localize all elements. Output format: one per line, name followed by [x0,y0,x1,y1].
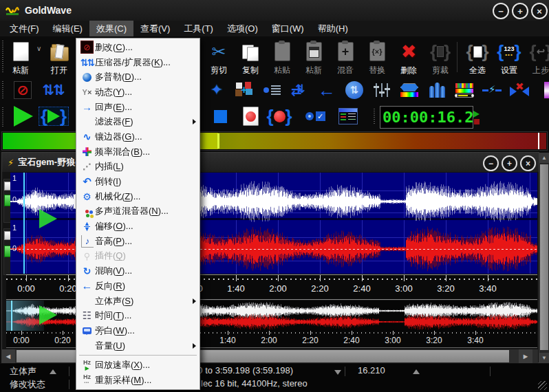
toolbar-button-剪裁[interactable]: {}剪裁 [425,39,455,76]
spectrum-table-icon[interactable] [453,79,476,101]
status-position[interactable]: 16.210 [358,365,385,375]
maximize-button[interactable]: + [512,3,528,19]
toolbar-button-上步[interactable]: {↩}上步 [526,39,549,76]
menu-item-倒转[interactable]: ↶倒转(I) [76,174,200,189]
play-icon[interactable] [10,105,37,127]
menubar-item-选项(O)[interactable]: 选项(O) [220,21,265,37]
menu-item-label: 多普勒(D)... [95,71,196,83]
reverse-arrow-icon[interactable]: ← [315,79,338,101]
move-arrows-icon[interactable]: ⇅⇅ [41,79,65,101]
menubar-item-编辑(E)[interactable]: 编辑(E) [46,21,89,37]
scroll-right-icon[interactable]: ► [519,349,532,363]
overview-playback-marker-icon[interactable] [39,305,57,325]
menu-item-立体声[interactable]: 立体声(S) [76,294,200,309]
toolbar-button-替换[interactable]: {×}替换 [362,39,392,76]
channel-mode-up-icon[interactable] [50,369,56,374]
menu-item-滤波器[interactable]: 滤波器(F) [76,114,200,129]
filter-hexagon-icon[interactable] [398,79,421,101]
playback-marker-icon[interactable] [39,209,57,228]
expand-arrows-icon[interactable]: ⇄⇅ [288,79,311,101]
control-properties-icon[interactable] [334,105,362,127]
toolbar-grip[interactable] [2,41,3,73]
menu-item-回声[interactable]: →回声(E)... [76,100,200,115]
selection-dropdown-icon[interactable] [334,370,341,375]
menu-item-偏移[interactable]: ▲▼偏移(O)... [76,219,200,234]
status-channel-mode[interactable]: 立体声 [10,365,36,378]
doc-close-button[interactable]: × [520,155,536,171]
menu-item-动态[interactable]: Y×动态(Y)... [76,85,200,100]
menubar-item-帮助(H)[interactable]: 帮助(H) [311,21,355,37]
menu-item-时间[interactable]: ☷时间(T)... [76,308,200,323]
menu-item-音量[interactable]: 音量(U) [76,338,200,353]
toolbar-button-粘贴[interactable]: 粘贴 [267,39,297,76]
minimize-button[interactable]: − [493,3,509,19]
color-blend-icon[interactable]: + [233,79,256,101]
doc-minimize-button[interactable]: − [483,155,499,171]
menu-item-压缩器/扩展器[interactable]: ⇅⇅压缩器/扩展器(K)... [76,55,200,70]
toolbar-grip[interactable] [374,109,375,124]
menubar-item-文件(F)[interactable]: 文件(F) [3,21,46,37]
menubar-item-效果(C)[interactable]: 效果(C) [89,21,133,37]
menu-item-镶边器[interactable]: ∿镶边器(G)... [76,129,200,144]
pipes-icon[interactable] [425,79,449,101]
toolbar-button-粘新[interactable]: 粘新 [6,39,36,76]
position-up-icon[interactable] [413,369,420,374]
vscroll-thumb[interactable] [540,164,548,350]
overview-tick [393,331,394,335]
menu-item-重新采样[interactable]: Hz⋯重新采样(M)... [76,373,200,388]
record-new-icon[interactable] [237,105,264,127]
ch1-amplitude-1: 1 [12,174,17,182]
star-icon[interactable]: ✦ [205,79,228,101]
toolbar-button-粘新[interactable]: 粘新 [299,39,329,76]
menubar-item-工具(T)[interactable]: 工具(T) [177,21,220,37]
menubar-item-查看(V)[interactable]: 查看(V) [133,21,177,37]
vertical-scrollbar[interactable]: ▲ ▼ [539,153,549,363]
noise-reduction-icon[interactable]: ✖ [508,79,531,101]
overview-label: 0:20 [49,336,76,345]
toolbar-button-全选[interactable]: {}全选 [462,39,493,76]
menu-item-label: 回声(E)... [95,101,196,113]
toolbar-button-设置[interactable]: {123•••}设置 [494,39,524,76]
menubar-item-窗口(W)[interactable]: 窗口(W) [265,21,311,37]
playlist-icon[interactable] [260,79,283,101]
menu-item-删改[interactable]: ⊘删改(C)... [76,40,200,55]
monitor-icon[interactable]: ✓ [301,105,329,127]
offset-circle-icon[interactable]: ⇅ [343,79,366,101]
menu-item-音高[interactable]: ♪音高(P)... [76,234,200,249]
close-button[interactable]: × [531,3,548,19]
no-entry-icon[interactable]: ⊘ [11,79,34,101]
toolbar-button-剪切[interactable]: ✂剪切 [204,39,234,76]
menu-item-反向[interactable]: ←反向(R) [76,279,200,294]
scroll-down-icon[interactable]: ▼ [539,353,549,363]
menu-item-机械化[interactable]: ⚙机械化(Z)... [76,189,200,204]
menu-item-混响[interactable]: ↻混响(V)... [76,263,200,279]
menu-item-回放速率[interactable]: Hz▶回放速率(X)... [76,358,200,373]
menu-item-label: 内插(L) [95,160,196,173]
clipped-icon[interactable] [535,79,549,101]
menu-item-多声道混音器[interactable]: 多声道混音器(N)... [76,204,200,219]
menu-separator [79,355,197,356]
toolbar-button-复制[interactable]: 复制 [235,39,266,76]
doc-maximize-button[interactable]: + [502,155,517,171]
toolbar-button-混音[interactable]: +混音 [330,39,360,76]
menu-item-频率混合[interactable]: 频率混合(B)... [76,144,200,160]
menu-item-多普勒[interactable]: 多普勒(D)... [76,69,200,85]
record-icon[interactable]: {} [266,105,293,127]
scroll-left-icon[interactable]: ◄ [1,349,15,363]
cut-icon: ✂ [212,39,226,64]
menu-item-旁白[interactable]: 旁白(W)... [76,323,200,338]
spark-icon[interactable]: ⚡ [480,79,504,101]
toolbar-grip[interactable] [2,107,3,127]
new-dropdown-icon[interactable]: ∨ [36,45,41,52]
toolbar-button-打开[interactable]: 打开 [44,39,74,76]
menu-item-label: 滤波器(F) [95,116,193,128]
stop-icon[interactable] [206,105,234,127]
menu-item-插件[interactable]: ⚲插件(Q) [76,249,200,264]
play-selection-icon[interactable]: {} [40,105,67,127]
scroll-up-icon[interactable]: ▲ [539,153,549,163]
menu-item-内插[interactable]: ⋰内插(L) [76,160,200,175]
resize-grip[interactable] [538,381,547,390]
equalizer-icon[interactable] [370,79,394,101]
toolbar-button-删除[interactable]: ✖删除 [394,39,424,76]
toolbar-grip[interactable] [2,81,3,99]
